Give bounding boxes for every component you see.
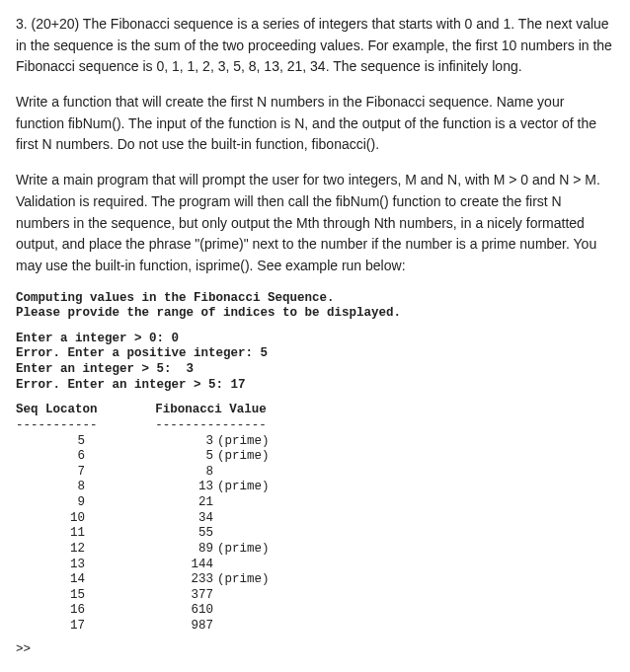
cell-prime-flag: (prime) [213, 480, 270, 495]
cell-fibonacci-value: 34 [164, 511, 213, 527]
cell-seq-locaton: 9 [16, 495, 85, 511]
header-fibonacci-value: Fibonacci Value [132, 403, 290, 418]
table-row: 1289(prime) [16, 542, 614, 558]
cell-fibonacci-value: 13 [164, 480, 213, 495]
cell-prime-flag: (prime) [213, 542, 270, 558]
prompt-cursor: >> [16, 640, 614, 659]
cell-fibonacci-value: 3 [164, 434, 213, 450]
cell-seq-locaton: 6 [16, 449, 85, 465]
dash-seq: ----------- [16, 418, 124, 434]
output-header-row: Seq Locaton Fibonacci Value [16, 403, 614, 418]
problem-paragraph-3: Write a main program that will prompt th… [16, 170, 614, 276]
table-row: 15377 [16, 588, 614, 604]
cell-fibonacci-value: 8 [164, 465, 213, 481]
table-row: 17987 [16, 619, 614, 635]
table-row: 813(prime) [16, 480, 614, 495]
cell-seq-locaton: 17 [16, 619, 85, 635]
cell-prime-flag: (prime) [213, 434, 270, 450]
cell-fibonacci-value: 144 [164, 558, 213, 573]
cell-fibonacci-value: 21 [164, 495, 213, 511]
console-prompts: Enter a integer > 0: 0 Error. Enter a po… [16, 332, 614, 394]
output-dash-row: ----------- --------------- [16, 418, 614, 434]
table-row: 1155 [16, 526, 614, 542]
problem-paragraph-1: 3. (20+20) The Fibonacci sequence is a s… [16, 14, 614, 78]
cell-fibonacci-value: 610 [164, 603, 213, 619]
cell-fibonacci-value: 5 [164, 449, 213, 465]
cell-seq-locaton: 11 [16, 526, 85, 542]
dash-val: --------------- [132, 418, 290, 434]
cell-fibonacci-value: 377 [164, 588, 213, 604]
cell-seq-locaton: 14 [16, 572, 85, 588]
cell-prime-flag: (prime) [213, 572, 270, 588]
cell-fibonacci-value: 89 [164, 542, 213, 558]
cell-fibonacci-value: 55 [164, 526, 213, 542]
table-row: 1034 [16, 511, 614, 527]
cell-seq-locaton: 13 [16, 558, 85, 573]
table-row: 78 [16, 465, 614, 481]
table-row: 13144 [16, 558, 614, 573]
cell-seq-locaton: 12 [16, 542, 85, 558]
problem-paragraph-2: Write a function that will create the fi… [16, 92, 614, 156]
table-row: 53(prime) [16, 434, 614, 450]
cell-seq-locaton: 8 [16, 480, 85, 495]
cell-fibonacci-value: 233 [164, 572, 213, 588]
cell-seq-locaton: 5 [16, 434, 85, 450]
table-row: 65(prime) [16, 449, 614, 465]
table-row: 14233(prime) [16, 572, 614, 588]
console-intro: Computing values in the Fibonacci Sequen… [16, 291, 614, 322]
cell-prime-flag: (prime) [213, 449, 270, 465]
cell-seq-locaton: 16 [16, 603, 85, 619]
table-row: 16610 [16, 603, 614, 619]
cell-seq-locaton: 7 [16, 465, 85, 481]
table-row: 921 [16, 495, 614, 511]
cell-fibonacci-value: 987 [164, 619, 213, 635]
output-data-rows: 53(prime)65(prime)78813(prime)9211034115… [16, 434, 614, 635]
cell-seq-locaton: 15 [16, 588, 85, 604]
header-seq-locaton: Seq Locaton [16, 403, 124, 418]
cell-seq-locaton: 10 [16, 511, 85, 527]
